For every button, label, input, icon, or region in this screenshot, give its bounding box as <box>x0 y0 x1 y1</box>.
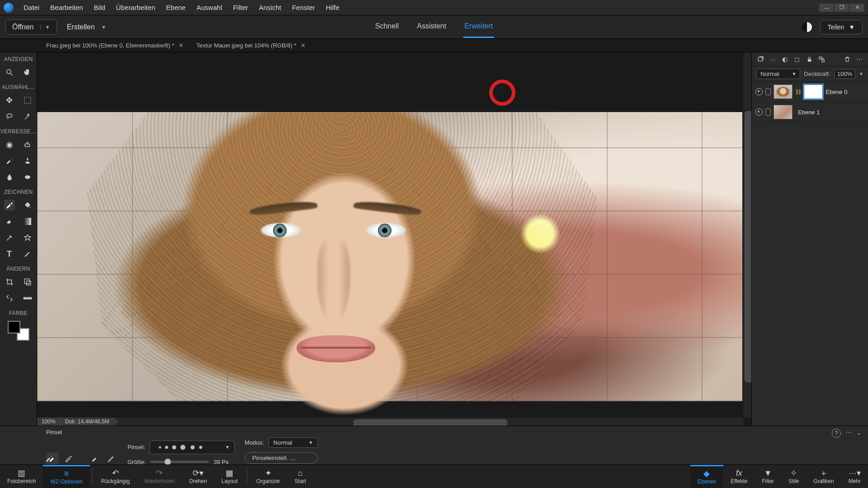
gradient-tool-icon[interactable] <box>22 216 33 227</box>
delete-layer-icon[interactable] <box>843 55 851 63</box>
content-aware-move-tool-icon[interactable] <box>4 293 15 304</box>
organizer-button[interactable]: ✦Organizer <box>249 465 288 488</box>
window-maximize-button[interactable]: ❐ <box>835 4 849 12</box>
text-tool-icon[interactable]: T <box>4 249 15 259</box>
adjustment-layer-icon[interactable]: ◐ <box>781 55 789 63</box>
blend-mode-select[interactable]: Normal ▼ <box>756 69 800 79</box>
close-icon[interactable]: ✕ <box>179 42 184 49</box>
new-layer-icon[interactable] <box>756 55 764 63</box>
straighten-tool-icon[interactable] <box>22 293 33 304</box>
collapse-icon[interactable]: ⌄ <box>856 429 862 438</box>
panel-menu-icon[interactable]: ⋯ <box>845 429 852 438</box>
window-close-button[interactable]: ✕ <box>850 4 864 12</box>
close-icon[interactable]: ✕ <box>301 42 306 49</box>
create-button[interactable]: Erstellen ▼ <box>67 23 106 31</box>
layer-mask-thumbnail[interactable] <box>804 84 823 99</box>
layer-row[interactable]: Ebene 1 <box>752 102 868 122</box>
layer-thumbnail[interactable] <box>774 105 793 119</box>
brush-tool-icon[interactable] <box>4 200 15 211</box>
impressionist-brush-icon[interactable] <box>62 452 75 465</box>
brush-preset-select[interactable]: ▼ <box>150 441 235 454</box>
effects-panel-button[interactable]: fxEffekte <box>723 465 755 488</box>
menu-fenster[interactable]: Fenster <box>288 2 320 13</box>
redeye-tool-icon[interactable]: ◉ <box>4 139 15 150</box>
sponge-tool-icon[interactable] <box>22 172 33 183</box>
smart-brush-tool-icon[interactable] <box>4 155 15 166</box>
layer-thumbnail[interactable] <box>774 84 793 99</box>
layer-name[interactable]: Ebene 1 <box>798 109 820 116</box>
menu-hilfe[interactable]: Hilfe <box>321 2 344 13</box>
start-button[interactable]: ⌂Start <box>288 465 313 488</box>
menu-datei[interactable]: Datei <box>19 2 44 13</box>
canvas[interactable] <box>37 112 742 401</box>
chevron-down-icon[interactable]: ▼ <box>859 71 863 76</box>
airbrush-toggle-icon[interactable] <box>42 452 55 465</box>
slider-knob[interactable] <box>165 459 171 465</box>
share-button[interactable]: Teilen ▼ <box>820 20 863 34</box>
hand-tool-icon[interactable] <box>22 67 33 78</box>
photobin-button[interactable]: ▥Fotobereich <box>0 465 43 488</box>
undo-button[interactable]: ↶Rückgängig <box>94 465 137 488</box>
redo-button[interactable]: ↷Wiederholen <box>137 465 182 488</box>
menu-bild[interactable]: Bild <box>90 2 110 13</box>
lock-layer-icon[interactable] <box>805 55 813 63</box>
layers-panel-button[interactable]: ◆Ebenen <box>690 465 723 488</box>
brush-settings-button[interactable]: Pinseleinstell. … <box>245 452 318 464</box>
menu-ueberarbeiten[interactable]: Überarbeiten <box>112 2 160 13</box>
tool-options-button[interactable]: ≡WZ-Optionen <box>43 465 90 488</box>
layer-link-icon[interactable] <box>765 108 771 116</box>
more-panels-button[interactable]: ⋯▾Mehr <box>841 465 868 488</box>
mask-link-icon[interactable]: ⛓ <box>795 89 801 95</box>
zoom-tool-icon[interactable] <box>4 67 15 78</box>
color-swatch[interactable] <box>8 321 29 341</box>
scrollbar-thumb[interactable] <box>745 111 751 382</box>
pencil-variant-icon[interactable] <box>105 452 118 465</box>
crop-tool-icon[interactable] <box>4 277 15 287</box>
foreground-color-swatch[interactable] <box>8 321 20 333</box>
recompose-tool-icon[interactable] <box>22 277 33 287</box>
filter-panel-button[interactable]: ▼Filter <box>755 465 781 488</box>
pencil-tool-icon[interactable] <box>22 249 33 259</box>
window-minimize-button[interactable]: — <box>819 4 834 12</box>
horizontal-scrollbar[interactable]: 100% Dok: 14,4M/46,5M <box>37 418 743 426</box>
layer-group-icon[interactable]: ▭ <box>769 55 777 63</box>
eyedropper-tool-icon[interactable] <box>4 232 15 243</box>
scrollbar-thumb[interactable] <box>354 419 507 426</box>
vertical-scrollbar[interactable] <box>743 52 751 418</box>
menu-auswahl[interactable]: Auswahl <box>192 2 227 13</box>
brush-size-slider[interactable] <box>150 461 209 463</box>
layer-name[interactable]: Ebene 0 <box>826 89 847 95</box>
paint-bucket-tool-icon[interactable] <box>22 200 33 211</box>
lasso-tool-icon[interactable] <box>4 111 15 122</box>
magic-wand-tool-icon[interactable] <box>22 111 33 122</box>
layout-button[interactable]: ▦Layout <box>214 465 245 488</box>
color-replace-brush-icon[interactable] <box>89 452 101 465</box>
brush-mode-select[interactable]: Normal▼ <box>269 437 318 448</box>
blur-tool-icon[interactable] <box>4 172 15 183</box>
menu-filter[interactable]: Filter <box>228 2 252 13</box>
move-tool-icon[interactable]: ✥ <box>4 95 15 106</box>
rotate-button[interactable]: ⟳▾Drehen <box>182 465 214 488</box>
zoom-level[interactable]: 100% <box>37 418 61 426</box>
spot-heal-tool-icon[interactable] <box>22 139 33 150</box>
menu-bearbeiten[interactable]: Bearbeiten <box>46 2 88 13</box>
tab-assistant[interactable]: Assistent <box>416 16 447 38</box>
layer-link-icon[interactable] <box>765 88 771 95</box>
layer-mask-icon[interactable]: ◻ <box>793 55 801 63</box>
shape-tool-icon[interactable] <box>22 232 33 243</box>
layer-visibility-icon[interactable] <box>755 88 763 95</box>
menu-ansicht[interactable]: Ansicht <box>255 2 286 13</box>
marquee-tool-icon[interactable] <box>22 95 33 106</box>
opacity-value[interactable]: 100% <box>834 69 855 79</box>
tab-expert[interactable]: Erweitert <box>463 16 494 38</box>
clone-stamp-tool-icon[interactable] <box>22 155 33 166</box>
menu-ebene[interactable]: Ebene <box>161 2 190 13</box>
chevron-down-icon[interactable]: ▼ <box>40 24 50 30</box>
layer-row[interactable]: ⛓ Ebene 0 <box>752 82 868 102</box>
styles-panel-button[interactable]: ✧Stile <box>781 465 806 488</box>
panel-menu-icon[interactable]: ⋯ <box>855 55 863 63</box>
document-tab[interactable]: Textur Mauer.jpeg bei 104% (RGB/8) * ✕ <box>190 39 312 52</box>
theme-toggle-icon[interactable] <box>802 22 812 32</box>
eraser-tool-icon[interactable] <box>4 216 15 227</box>
document-tab[interactable]: Frau.jpeg bei 100% (Ebene 0, Ebenenmaske… <box>40 39 190 52</box>
